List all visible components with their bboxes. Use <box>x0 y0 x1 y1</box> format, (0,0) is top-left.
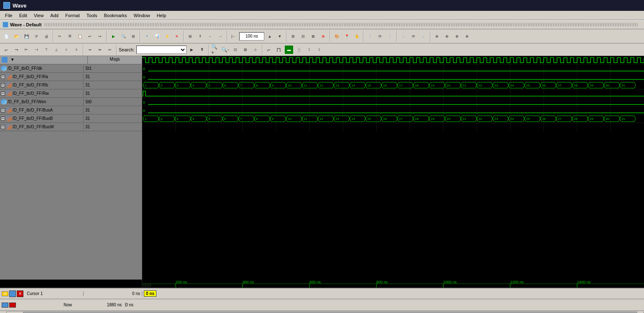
signal-row-wen[interactable]: /D_FF_tb/D_FF/Wen St0 <box>0 98 142 106</box>
t1-btn[interactable]: ⌐ <box>2 45 11 54</box>
dock-button[interactable]: ⊞ <box>129 32 138 41</box>
wave4-btn[interactable]: → <box>216 32 225 41</box>
print-button[interactable]: 🖨 <box>42 32 51 41</box>
t3-btn[interactable]: ⊢ <box>22 45 31 54</box>
t11-btn[interactable]: ⇐ <box>105 45 115 54</box>
zoom-custom-btn[interactable]: ⊹ <box>251 45 260 54</box>
zoom-sel-btn[interactable]: ⊠ <box>241 45 250 54</box>
menu-format[interactable]: Format <box>62 12 83 19</box>
status-icon2[interactable] <box>9 303 16 308</box>
hand-btn[interactable]: ✋ <box>352 32 361 41</box>
zoom-fit-btn[interactable]: ⊡ <box>231 45 240 54</box>
marker-btn[interactable]: 📍 <box>342 32 351 41</box>
zoom-in-btn[interactable]: 🔍+ <box>211 45 220 54</box>
extra3-btn[interactable]: ⊕ <box>452 32 462 41</box>
signal-row-busw[interactable]: + /D_FF_tb/D_FF/BusW 31 <box>0 123 142 131</box>
dn3-btn[interactable]: ↓ <box>419 32 428 41</box>
status-icon1[interactable] <box>2 303 8 308</box>
expand-busw[interactable]: + <box>1 125 5 129</box>
expand-rb[interactable]: + <box>1 83 5 87</box>
wave-shape1[interactable]: ⌐ <box>264 45 273 54</box>
open-button[interactable]: 📂 <box>12 32 21 41</box>
redo-button[interactable]: ↪ <box>95 32 105 41</box>
scroll-left-btn[interactable]: ◄ <box>0 311 7 313</box>
nav1-btn[interactable]: ↑ <box>365 32 375 41</box>
t9-btn[interactable]: ⇒ <box>85 45 95 54</box>
search-exec-btn[interactable]: ▶ <box>187 45 197 54</box>
cut-button[interactable]: ✂ <box>55 32 64 41</box>
dn1-btn[interactable]: ↓ <box>399 32 408 41</box>
search-filter-btn[interactable]: ⧗ <box>197 45 207 54</box>
zoom1-btn[interactable]: ⊞ <box>289 32 298 41</box>
sim1-btn[interactable]: ⌖ <box>142 32 151 41</box>
menu-edit[interactable]: Edit <box>16 12 31 19</box>
time-input[interactable] <box>239 32 264 41</box>
dropdown-icon[interactable]: ▼ <box>10 57 15 62</box>
wave-shape6[interactable]: ⌇ <box>314 45 324 54</box>
search-dropdown[interactable] <box>136 46 187 54</box>
t4-btn[interactable]: ⊣ <box>32 45 41 54</box>
horizontal-scrollbar[interactable]: ◄ ► <box>0 310 644 313</box>
t5-btn[interactable]: ⊤ <box>42 45 51 54</box>
time-up-btn[interactable]: ▲ <box>265 32 274 41</box>
menu-bookmarks[interactable]: Bookmarks <box>100 12 130 19</box>
scroll-thumb[interactable] <box>7 312 23 313</box>
expand-busa[interactable]: + <box>1 108 5 112</box>
zoom3-btn[interactable]: ⊠ <box>309 32 318 41</box>
expand-busb[interactable]: + <box>1 117 5 121</box>
scroll-right-btn[interactable]: ► <box>637 311 644 313</box>
menu-file[interactable]: File <box>2 12 16 19</box>
t2-btn[interactable]: ¬ <box>12 45 21 54</box>
signal-row-busb[interactable]: + /D_FF_tb/D_FF/BusB 31 <box>0 115 142 123</box>
palette-btn[interactable]: 🎨 <box>332 32 341 41</box>
sim2-btn[interactable]: 📊 <box>152 32 161 41</box>
signal-row-dk[interactable]: /D_FF_tb/D_FF/dk St1 <box>0 64 142 73</box>
wave1-btn[interactable]: ⊞ <box>186 32 195 41</box>
signal-row-ra[interactable]: + /D_FF_tb/D_FF/Ra 31 <box>0 73 142 81</box>
time-dn-btn[interactable]: ▼ <box>275 32 284 41</box>
wave2-btn[interactable]: ⇑ <box>196 32 205 41</box>
expand-ra[interactable]: + <box>1 75 5 79</box>
menu-view[interactable]: View <box>31 12 47 19</box>
wave-shape2[interactable]: ⊓ <box>274 45 284 54</box>
nav2-btn[interactable]: ⟳ <box>376 32 385 41</box>
t8-btn[interactable]: ⊧ <box>72 45 81 54</box>
red-x-icon[interactable]: ✕ <box>17 290 23 297</box>
zoom4-btn[interactable]: ⊗ <box>319 32 328 41</box>
wave-shape3[interactable]: ▬ <box>284 45 294 54</box>
nav3-btn[interactable]: ↑ <box>386 32 395 41</box>
signal-row-rb[interactable]: + /D_FF_tb/D_FF/Rb 31 <box>0 81 142 89</box>
run-button[interactable]: ▶ <box>109 32 118 41</box>
menu-tools[interactable]: Tools <box>83 12 101 19</box>
sim4-btn[interactable]: ✕ <box>172 32 181 41</box>
save-button[interactable]: 💾 <box>22 32 31 41</box>
dn2-btn[interactable]: ⟳ <box>409 32 418 41</box>
menu-window[interactable]: Window <box>130 12 153 19</box>
zoom-out-btn[interactable]: 🔍- <box>221 45 230 54</box>
wave-shape5[interactable]: ⌇ <box>304 45 314 54</box>
signal-row-busa[interactable]: + /D_FF_tb/D_FF/BusA 31 <box>0 106 142 115</box>
waveform-area[interactable]: 0012345678910111213141516171819202122232… <box>142 56 644 280</box>
folder-icon[interactable]: 📁 <box>2 291 8 296</box>
menu-help[interactable]: Help <box>153 12 170 19</box>
signal-row-rw[interactable]: + /D_FF_tb/D_FF/Rw 31 <box>0 89 142 98</box>
paste-button[interactable]: 📋 <box>75 32 84 41</box>
wave-shape4[interactable]: ░ <box>294 45 304 54</box>
new-button[interactable]: 📄 <box>2 32 11 41</box>
wave3-btn[interactable]: ← <box>206 32 215 41</box>
t6-btn[interactable]: ⊥ <box>52 45 61 54</box>
zoom2-btn[interactable]: ⊟ <box>299 32 308 41</box>
extra1-btn[interactable]: ⊕ <box>432 32 442 41</box>
expand-rw[interactable]: + <box>1 92 5 96</box>
sim3-btn[interactable]: ⚡ <box>162 32 171 41</box>
extra4-btn[interactable]: ⊕ <box>463 32 472 41</box>
undo-button[interactable]: ↩ <box>85 32 95 41</box>
menu-add[interactable]: Add <box>47 12 62 19</box>
refresh-button[interactable]: ↺ <box>32 32 41 41</box>
search-button[interactable]: 🔍 <box>119 32 128 41</box>
cursor-color-icon[interactable] <box>9 290 16 297</box>
t7-btn[interactable]: ⊦ <box>62 45 71 54</box>
time-start-btn[interactable]: |← <box>229 32 238 41</box>
copy-button[interactable]: ⧉ <box>65 32 74 41</box>
extra2-btn[interactable]: ⊕ <box>442 32 452 41</box>
